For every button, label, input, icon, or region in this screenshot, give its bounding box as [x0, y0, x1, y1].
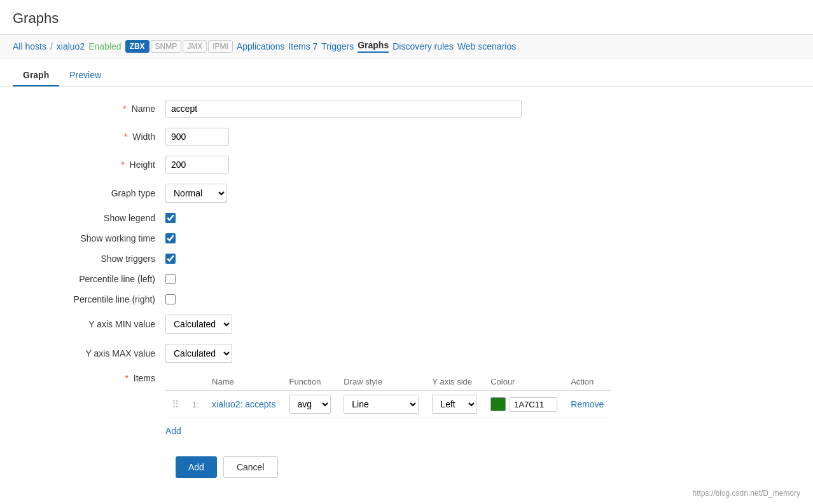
width-input[interactable] — [165, 128, 229, 146]
items-required-marker: * — [125, 373, 128, 383]
form-container: * Name * Width * Height Graph type Norma… — [0, 87, 636, 491]
all-hosts-link[interactable]: All hosts — [13, 41, 46, 51]
host-link[interactable]: xialuo2 — [57, 41, 85, 51]
zbx-badge: ZBX — [125, 40, 149, 53]
width-row: * Width — [25, 128, 611, 146]
y-axis-min-select[interactable]: Calculated Fixed Item — [165, 315, 232, 334]
percentile-right-row: Percentile line (right) — [25, 294, 611, 304]
graph-type-row: Graph type Normal Stacked Pie Exploded — [25, 184, 611, 203]
y-axis-side-select[interactable]: LeftRight — [432, 395, 477, 414]
function-select[interactable]: avgminmaxalllast — [289, 395, 331, 414]
col-colour: Colour — [484, 373, 564, 391]
add-item-link[interactable]: Add — [165, 426, 181, 436]
item-name-link[interactable]: xialuo2: accepts — [212, 399, 275, 409]
remove-link[interactable]: Remove — [571, 399, 604, 409]
width-label: * Width — [25, 132, 165, 142]
show-legend-label: Show legend — [25, 213, 165, 223]
tab-preview[interactable]: Preview — [59, 65, 111, 86]
show-triggers-row: Show triggers — [25, 254, 611, 264]
form-buttons: Add Cancel — [25, 446, 611, 478]
y-axis-max-row: Y axis MAX value Calculated Fixed Item — [25, 344, 611, 363]
height-row: * Height — [25, 156, 611, 174]
col-name: Name — [205, 373, 282, 391]
colour-wrapper — [490, 397, 558, 412]
enabled-status: Enabled — [88, 41, 121, 51]
height-label: * Height — [25, 160, 165, 170]
tab-graph[interactable]: Graph — [13, 65, 59, 86]
percentile-left-label: Percentile line (left) — [25, 274, 165, 284]
show-triggers-checkbox[interactable] — [165, 254, 176, 264]
items-section: * Items Name Function Draw style Y axis … — [25, 373, 611, 436]
items-label: * Items — [25, 373, 165, 383]
web-scenarios-link[interactable]: Web scenarios — [457, 41, 516, 51]
name-required-marker: * — [123, 104, 126, 114]
show-legend-row: Show legend — [25, 213, 611, 223]
height-input[interactable] — [165, 156, 229, 174]
col-action: Action — [564, 373, 611, 391]
percentile-right-label: Percentile line (right) — [25, 294, 165, 304]
page-title: Graphs — [0, 0, 813, 34]
percentile-left-row: Percentile line (left) — [25, 274, 611, 284]
col-number — [186, 373, 205, 391]
height-required-marker: * — [121, 160, 124, 170]
breadcrumb: All hosts / xialuo2 Enabled ZBX SNMP JMX… — [0, 34, 813, 58]
drag-handle[interactable]: ⠿ — [172, 398, 179, 411]
snmp-badge: SNMP — [151, 40, 182, 53]
percentile-left-checkbox[interactable] — [165, 274, 176, 284]
tabs-container: Graph Preview — [0, 65, 813, 87]
show-working-time-checkbox[interactable] — [165, 233, 176, 243]
graphs-link[interactable]: Graphs — [358, 40, 389, 53]
host-tags: ZBX SNMP JMX IPMI — [125, 40, 233, 53]
col-draw-style: Draw style — [337, 373, 426, 391]
show-working-time-row: Show working time — [25, 233, 611, 243]
width-required-marker: * — [124, 132, 127, 142]
draw-style-select[interactable]: LineFilled regionBold lineDotDashed line… — [344, 395, 419, 414]
colour-swatch[interactable] — [490, 397, 506, 411]
y-axis-max-select[interactable]: Calculated Fixed Item — [165, 344, 232, 363]
add-button[interactable]: Add — [176, 456, 217, 478]
graph-type-label: Graph type — [25, 188, 165, 198]
y-axis-min-label: Y axis MIN value — [25, 319, 165, 329]
col-drag — [165, 373, 186, 391]
colour-input[interactable] — [510, 397, 557, 412]
col-function: Function — [283, 373, 338, 391]
items-table: Name Function Draw style Y axis side Col… — [165, 373, 611, 418]
triggers-link[interactable]: Triggers — [321, 41, 354, 51]
items-link[interactable]: Items 7 — [288, 41, 317, 51]
name-input[interactable] — [165, 100, 522, 118]
name-row: * Name — [25, 100, 611, 118]
discovery-rules-link[interactable]: Discovery rules — [393, 41, 454, 51]
footer-link: https://blog.csdn.net/D_memory — [693, 489, 800, 491]
breadcrumb-separator-1: / — [50, 41, 53, 51]
show-working-time-label: Show working time — [25, 233, 165, 243]
show-triggers-label: Show triggers — [25, 254, 165, 264]
percentile-right-checkbox[interactable] — [165, 294, 176, 304]
applications-link[interactable]: Applications — [237, 41, 285, 51]
items-table-wrapper: Name Function Draw style Y axis side Col… — [165, 373, 611, 436]
y-axis-max-label: Y axis MAX value — [25, 348, 165, 358]
col-y-axis-side: Y axis side — [426, 373, 484, 391]
item-number: 1: — [192, 400, 199, 409]
jmx-badge: JMX — [183, 40, 207, 53]
name-label: * Name — [25, 104, 165, 114]
show-legend-checkbox[interactable] — [165, 213, 176, 223]
y-axis-min-row: Y axis MIN value Calculated Fixed Item — [25, 315, 611, 334]
graph-type-select[interactable]: Normal Stacked Pie Exploded — [165, 184, 227, 203]
cancel-button[interactable]: Cancel — [223, 456, 278, 478]
table-row: ⠿ 1: xialuo2: accepts avgminmaxalllast L… — [165, 391, 611, 418]
ipmi-badge: IPMI — [208, 40, 233, 53]
